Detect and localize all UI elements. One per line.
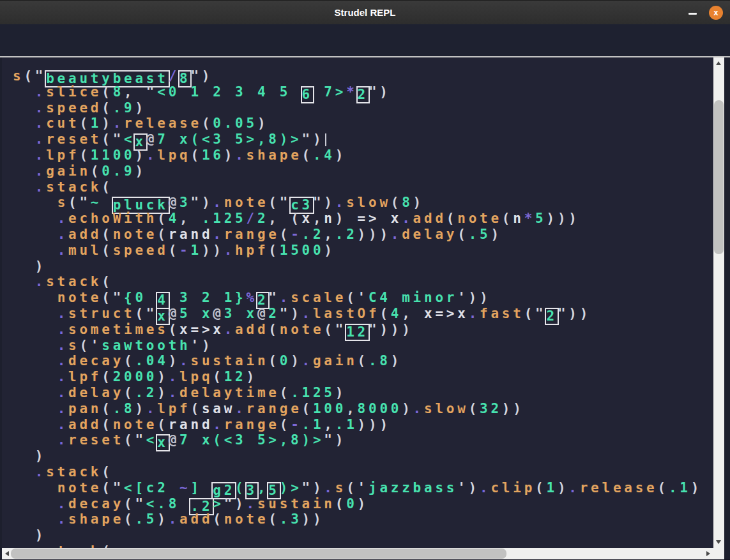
- code-token: lpf: [68, 369, 102, 384]
- code-token: 4: [169, 211, 179, 226]
- code-token: .04: [135, 353, 168, 368]
- code-token: .: [35, 148, 46, 163]
- code-token: [13, 116, 35, 131]
- code-token: reset: [46, 132, 102, 147]
- code-token: add: [179, 511, 213, 527]
- strudel-repl-window: Strudel REPL x s("beautybeast/8") .slice…: [0, 0, 730, 560]
- code-token: '): [457, 480, 480, 496]
- code-token: x: [302, 211, 313, 226]
- scroll-right-arrow-icon[interactable]: [706, 551, 710, 556]
- code-token: 8: [402, 195, 413, 210]
- code-line: ): [13, 527, 713, 543]
- code-token: 1: [190, 243, 201, 258]
- code-token: delay: [402, 227, 457, 242]
- code-token: "): [302, 480, 324, 496]
- close-button[interactable]: x: [709, 6, 723, 20]
- scroll-down-arrow-icon[interactable]: [716, 540, 721, 544]
- code-token: '): [190, 338, 213, 353]
- code-token: .1: [302, 417, 324, 432]
- code-token: [13, 511, 57, 527]
- code-token: [13, 369, 57, 384]
- code-line: .stack(: [13, 543, 713, 548]
- code-token: n: [513, 211, 524, 226]
- code-token: .: [57, 401, 68, 416]
- code-line: s("beautybeast/8"): [13, 68, 713, 84]
- code-token: .: [57, 211, 68, 226]
- code-line: .shape(.5).add(note(.3)): [13, 511, 713, 527]
- code-token: [13, 432, 57, 448]
- code-token: (: [169, 322, 179, 337]
- scroll-up-arrow-icon[interactable]: [716, 61, 721, 65]
- code-token: >: [213, 496, 224, 511]
- scroll-left-arrow-icon[interactable]: [5, 551, 9, 556]
- minimize-button[interactable]: [688, 13, 697, 15]
- code-token: .: [169, 369, 179, 384]
- code-token: .1: [669, 480, 691, 496]
- code-token: [13, 243, 57, 258]
- code-token: (: [302, 148, 313, 163]
- code-token: 16: [202, 148, 224, 163]
- code-token: (": [268, 195, 291, 210]
- highlighted-token: 2: [546, 309, 557, 324]
- code-token: ): [135, 163, 146, 179]
- code-token: 5 x: [179, 306, 213, 321]
- code-token: 2: [257, 211, 268, 226]
- code-token: lpq: [157, 148, 190, 163]
- code-token: (: [658, 480, 669, 496]
- code-line: .reset("<x@7 x(<3 5>,8)>"): [13, 432, 713, 448]
- code-token: ))): [358, 227, 391, 242]
- code-token: [13, 179, 35, 195]
- code-token: 3 2 1}: [169, 290, 247, 305]
- code-token: slow: [424, 401, 469, 416]
- code-token: /: [247, 211, 257, 226]
- code-token: .: [224, 243, 235, 258]
- horizontal-scrollbar[interactable]: [2, 548, 713, 559]
- code-token: ')): [457, 290, 490, 305]
- code-token: (: [157, 417, 168, 432]
- code-token: .: [35, 179, 46, 195]
- vertical-scrollbar-thumb[interactable]: [714, 100, 724, 254]
- code-token: lpf: [157, 401, 190, 416]
- code-token: -: [179, 243, 190, 258]
- code-line: ): [13, 259, 713, 275]
- code-token: 4: [391, 306, 402, 321]
- code-token: "): [324, 432, 346, 448]
- code-token: (": [24, 68, 46, 84]
- code-token: ): [13, 259, 46, 274]
- code-token: (: [302, 401, 313, 416]
- code-token: (: [124, 353, 135, 368]
- code-area[interactable]: s("beautybeast/8") .slice(8, "<0 1 2 3 4…: [2, 57, 713, 548]
- code-token: ): [224, 148, 235, 163]
- code-line: .gain(0.9): [13, 163, 713, 179]
- code-token: [13, 132, 35, 147]
- code-token: (: [535, 480, 546, 496]
- code-token: [13, 100, 35, 116]
- code-line: .echoWith(4, .125/2, (x,n) => x.add(note…: [13, 211, 713, 227]
- highlighted-token: 2: [358, 87, 369, 102]
- code-token: %: [247, 290, 257, 305]
- code-token: ): [13, 448, 46, 464]
- code-token: {0: [124, 290, 157, 305]
- code-token: .: [568, 480, 579, 496]
- code-token: [13, 163, 35, 179]
- code-token: .: [57, 496, 68, 511]
- code-token: "): [190, 68, 213, 84]
- code-token: "): [280, 306, 302, 321]
- code-token: ": [268, 290, 279, 305]
- code-token: ): [247, 369, 257, 384]
- code-token: (: [202, 116, 213, 131]
- code-token: (: [124, 511, 135, 527]
- code-line: .stack(: [13, 464, 713, 480]
- horizontal-scrollbar-thumb[interactable]: [11, 549, 506, 559]
- code-line: .lpf(1100).lpq(16).shape(.4): [13, 148, 713, 163]
- code-token: (: [235, 480, 246, 496]
- code-token: shape: [247, 148, 302, 163]
- code-token: .: [57, 353, 68, 368]
- window-left-edge: [0, 57, 2, 559]
- code-token: .: [213, 195, 224, 210]
- code-token: speed: [46, 100, 102, 116]
- code-line: .cut(1).release(0.05): [13, 116, 713, 132]
- scrollbar-corner: [713, 548, 724, 559]
- code-token: x: [391, 211, 402, 226]
- code-line: .decay(.04).sustain(0).gain(.8): [13, 353, 713, 369]
